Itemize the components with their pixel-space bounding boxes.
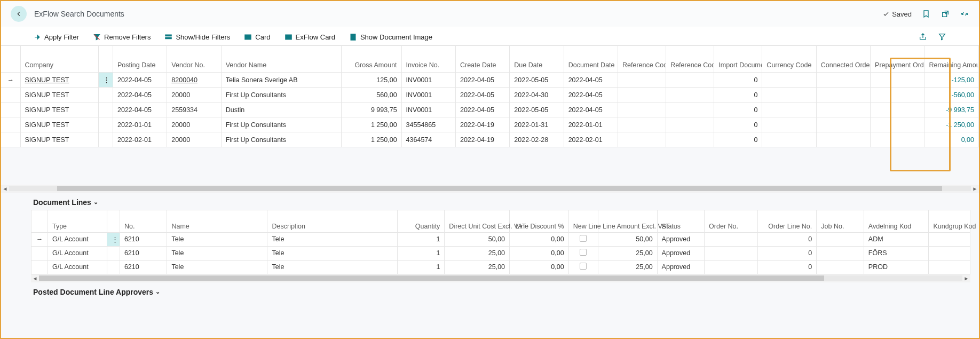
col-type[interactable]: Type [48,210,107,232]
cell-company[interactable]: SIGNUP TEST [20,88,98,103]
cell-remaining-amount[interactable]: -1 250,00 [924,117,979,132]
cell-prepayment[interactable] [871,117,924,132]
cell-vendor-no[interactable]: 2559334 [167,103,221,117]
cell-reference-code-import[interactable] [666,103,714,117]
cell-vendor-name[interactable]: First Up Consultants [221,117,341,132]
cell-reference-code[interactable] [618,117,666,132]
col-document-date[interactable]: Document Date [564,46,618,73]
cell-order-line-no[interactable]: 0 [757,232,817,246]
col-kundgrup[interactable]: Kundgrup Kod [929,210,970,232]
cell-posting-date[interactable]: 2022-01-01 [113,117,167,132]
cell-reference-code[interactable] [618,88,666,103]
cell-description[interactable]: Tele [267,232,397,246]
cell-line-amount[interactable]: 25,00 [598,260,657,274]
cell-description[interactable]: Tele [267,260,397,274]
cell-create-date[interactable]: 2022-04-05 [455,103,509,117]
cell-description[interactable]: Tele [267,246,397,260]
cell-import-doc-no[interactable]: 0 [714,132,762,147]
cell-company[interactable]: SIGNUP TEST [20,103,98,117]
popout-button[interactable] [941,9,950,19]
cell-remaining-amount[interactable]: 0,00 [924,132,979,147]
col-quantity[interactable]: Quantity [397,210,445,232]
show-document-image-button[interactable]: Show Document Image [349,33,432,41]
col-import-doc-no[interactable]: Import Document No. [714,46,762,73]
cell-posting-date[interactable]: 2022-04-05 [113,73,167,88]
cell-posting-date[interactable]: 2022-04-05 [113,103,167,117]
cell-discount[interactable]: 0,00 [510,232,569,246]
cell-currency-code[interactable] [762,103,816,117]
col-prepayment[interactable]: Prepayment Order No. [871,46,924,73]
cell-prepayment[interactable] [871,132,924,147]
cell-import-doc-no[interactable]: 0 [714,73,762,88]
cell-invoice-no[interactable]: INV0001 [401,88,455,103]
cell-new-line[interactable] [568,232,598,246]
cell-kundgrup[interactable] [929,232,970,246]
table-row[interactable]: G/L Account 6210 Tele Tele 1 25,00 0,00 … [31,260,970,274]
col-vendor-name[interactable]: Vendor Name [221,46,341,73]
table-row[interactable]: → SIGNUP TEST ⋮ 2022-04-05 8200040 Telia… [1,73,979,88]
bookmark-button[interactable] [921,9,931,19]
cell-invoice-no[interactable]: INV0001 [401,103,455,117]
cell-order-no[interactable] [705,246,758,260]
cell-order-line-no[interactable]: 0 [757,260,817,274]
cell-line-amount[interactable]: 25,00 [598,246,657,260]
cell-document-date[interactable]: 2022-04-05 [564,88,618,103]
col-connected-order[interactable]: Connected Order No. (first) [816,46,870,73]
col-avdelning[interactable]: Avdelning Kod [864,210,929,232]
cell-gross-amount[interactable]: 560,00 [341,88,401,103]
cell-vendor-name[interactable]: Telia Sonera Sverige AB [221,73,341,88]
cell-quantity[interactable]: 1 [397,246,445,260]
cell-job-no[interactable] [817,232,864,246]
cell-vendor-name[interactable]: First Up Consultants [221,88,341,103]
cell-reference-code-import[interactable] [666,88,714,103]
cell-job-no[interactable] [817,260,864,274]
cell-reference-code[interactable] [618,73,666,88]
cell-document-date[interactable]: 2022-02-01 [564,132,618,147]
cell-unit-cost[interactable]: 25,00 [445,260,510,274]
cell-currency-code[interactable] [762,73,816,88]
col-job-no[interactable]: Job No. [817,210,864,232]
share-button[interactable] [918,32,928,42]
remove-filters-button[interactable]: Remove Filters [93,33,151,41]
cell-import-doc-no[interactable]: 0 [714,88,762,103]
cell-order-line-no[interactable]: 0 [757,246,817,260]
table-row[interactable]: → G/L Account ⋮ 6210 Tele Tele 1 50,00 0… [31,232,970,246]
cell-remaining-amount[interactable]: -9 993,75 [924,103,979,117]
cell-document-date[interactable]: 2022-04-05 [564,103,618,117]
col-line-amount[interactable]: Line Amount Excl. VAT [598,210,657,232]
row-menu-button[interactable]: ⋮ [98,73,113,88]
cell-name[interactable]: Tele [167,232,267,246]
cell-document-date[interactable]: 2022-04-05 [564,73,618,88]
cell-remaining-amount[interactable]: -125,00 [924,73,979,88]
cell-gross-amount[interactable]: 9 993,75 [341,103,401,117]
col-discount[interactable]: Line Discount % [510,210,569,232]
back-button[interactable] [11,6,27,22]
cell-create-date[interactable]: 2022-04-05 [455,73,509,88]
cell-quantity[interactable]: 1 [397,232,445,246]
card-button[interactable]: Card [244,33,270,41]
cell-reference-code-import[interactable] [666,117,714,132]
cell-avdelning[interactable]: FÖRS [864,246,929,260]
apply-filter-button[interactable]: Apply Filter [33,33,79,41]
col-order-no[interactable]: Order No. [705,210,758,232]
cell-new-line[interactable] [568,246,598,260]
cell-prepayment[interactable] [871,88,924,103]
table-row[interactable]: SIGNUP TEST 2022-04-05 2559334 Dustin 9 … [1,103,979,117]
cell-status[interactable]: Approved [657,260,705,274]
exflow-card-button[interactable]: ExFlow Card [284,33,335,41]
cell-create-date[interactable]: 2022-04-19 [455,117,509,132]
cell-unit-cost[interactable]: 50,00 [445,232,510,246]
cell-document-date[interactable]: 2022-01-01 [564,117,618,132]
cell-vendor-no[interactable]: 20000 [167,88,221,103]
scroll-right-icon[interactable]: ► [971,186,979,192]
table-row[interactable]: SIGNUP TEST 2022-04-05 20000 First Up Co… [1,88,979,103]
cell-gross-amount[interactable]: 1 250,00 [341,117,401,132]
col-description[interactable]: Description [267,210,397,232]
cell-import-doc-no[interactable]: 0 [714,103,762,117]
col-unit-cost[interactable]: Direct Unit Cost Excl. VAT [445,210,510,232]
cell-currency-code[interactable] [762,117,816,132]
col-posting-date[interactable]: Posting Date [113,46,167,73]
cell-connected-order[interactable] [816,103,870,117]
cell-currency-code[interactable] [762,88,816,103]
col-new-line[interactable]: New Line [568,210,598,232]
